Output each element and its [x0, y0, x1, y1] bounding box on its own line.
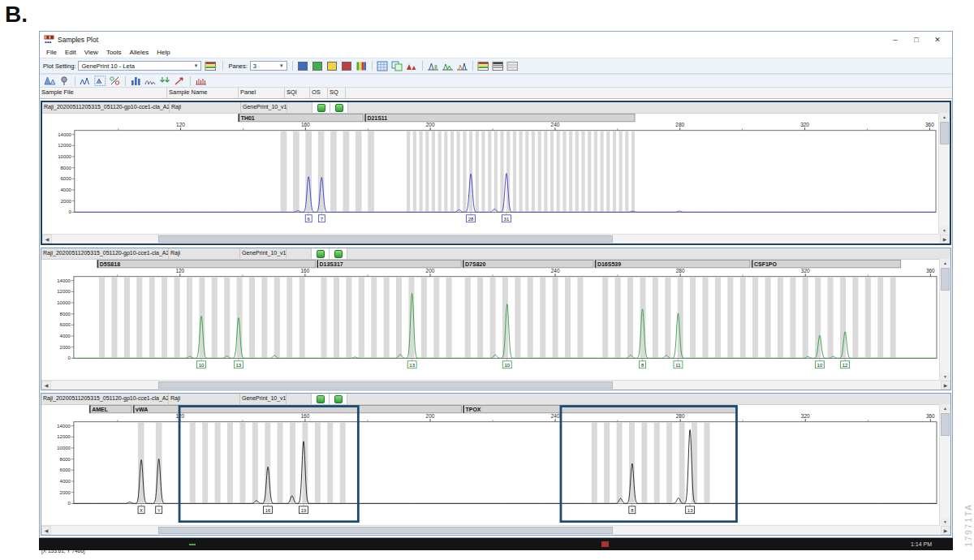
pane-vertical-scrollbar[interactable]: ▲▼ — [939, 259, 950, 381]
sample-row-filler — [347, 394, 950, 404]
pane-horizontal-scrollbar[interactable]: ◀▶ — [42, 234, 950, 243]
maximize-button[interactable]: □ — [906, 32, 927, 47]
electropherogram-plot[interactable]: AMELvWATPOX12016020024028032036002000400… — [41, 405, 940, 525]
taskbar[interactable]: 1:14 PM — [39, 538, 953, 550]
column-header-panel[interactable]: Panel — [239, 88, 285, 98]
minimize-button[interactable]: – — [885, 32, 906, 47]
svg-text:8000: 8000 — [60, 312, 71, 317]
menu-item-view[interactable]: View — [80, 49, 102, 56]
scroll-thumb[interactable] — [940, 122, 949, 144]
title-bar[interactable]: ▴▴▴ Samples Plot – □ ✕ — [40, 32, 952, 47]
svg-text:0: 0 — [68, 355, 71, 360]
samples-plot-window: ▴▴▴ Samples Plot – □ ✕ FileEditViewTools… — [39, 31, 953, 538]
sqi-cell — [287, 102, 312, 113]
scroll-thumb[interactable] — [158, 527, 614, 534]
size-ladder-button[interactable] — [194, 75, 208, 87]
svg-text:360: 360 — [925, 122, 934, 127]
scroll-up-icon[interactable]: ▲ — [939, 113, 950, 121]
scroll-left-icon[interactable]: ◀ — [41, 526, 51, 535]
overlay-panes-button[interactable] — [390, 60, 404, 72]
sample-row[interactable]: Raji_20200511205315_051120-gp10-cce1-cla… — [41, 248, 950, 260]
scroll-right-icon[interactable]: ▶ — [941, 526, 950, 535]
dye-green-button[interactable] — [311, 60, 325, 72]
menu-item-help[interactable]: Help — [153, 49, 174, 56]
sample-row[interactable]: Raji_20200511205315_051120-gp10-cce1-cla… — [41, 394, 950, 405]
close-button[interactable]: ✕ — [927, 32, 948, 47]
show-peaks-button[interactable] — [405, 60, 419, 72]
scroll-down-icon[interactable]: ▼ — [939, 226, 950, 235]
svg-text:6000: 6000 — [60, 322, 71, 327]
show-table-button[interactable] — [476, 60, 490, 72]
pane-vertical-scrollbar[interactable]: ▲▼ — [938, 113, 950, 235]
svg-text:CSF1PO: CSF1PO — [754, 261, 778, 267]
toolbar-secondary — [40, 74, 952, 88]
scroll-track[interactable] — [51, 526, 941, 535]
label-percent-button[interactable] — [108, 75, 122, 87]
baseline-button[interactable] — [144, 75, 157, 87]
panes-label: Panes: — [228, 62, 247, 70]
menu-item-tools[interactable]: Tools — [102, 49, 126, 56]
svg-text:320: 320 — [800, 122, 809, 127]
scroll-up-icon[interactable]: ▲ — [940, 259, 950, 267]
svg-text:160: 160 — [301, 268, 310, 274]
column-header-sqi[interactable]: SQI — [285, 88, 310, 98]
sample-pane-3[interactable]: Raji_20200511205315_051120-gp10-cce1-cla… — [41, 393, 951, 536]
scroll-down-icon[interactable]: ▼ — [940, 518, 950, 526]
show-genotypes-button[interactable] — [491, 60, 505, 72]
electropherogram-plot[interactable]: TH01D21S11120160200240280320360020004000… — [42, 114, 939, 234]
svg-text:2000: 2000 — [60, 490, 71, 495]
tile-panes-button[interactable] — [376, 60, 390, 72]
apply-allele-button[interactable] — [158, 75, 172, 87]
column-header-sample-file[interactable]: Sample File — [40, 88, 167, 98]
scroll-left-icon[interactable]: ◀ — [42, 235, 52, 243]
dye-red-button[interactable] — [340, 60, 354, 72]
scroll-thumb[interactable] — [941, 413, 950, 436]
menu-item-alleles[interactable]: Alleles — [126, 49, 153, 56]
pin-view-button[interactable] — [58, 75, 71, 87]
scale-to-peaks-button[interactable] — [455, 60, 469, 72]
scroll-track[interactable] — [51, 381, 941, 390]
menu-item-edit[interactable]: Edit — [61, 49, 80, 56]
toolbar-icons-row2 — [43, 75, 208, 87]
scale-to-sample-button[interactable] — [441, 60, 455, 72]
delete-allele-button[interactable] — [173, 75, 187, 87]
scroll-thumb[interactable] — [158, 235, 613, 243]
dye-blue-button[interactable] — [296, 60, 310, 72]
column-header-sq[interactable]: SQ — [328, 88, 346, 98]
zoom-peaks-button[interactable] — [43, 75, 57, 87]
pane-vertical-scrollbar[interactable]: ▲▼ — [939, 404, 950, 526]
scale-to-ladder-button[interactable] — [426, 60, 440, 72]
pane-horizontal-scrollbar[interactable]: ◀▶ — [41, 525, 950, 535]
dye-all-button[interactable] — [355, 60, 368, 72]
dye-yellow-button[interactable] — [325, 60, 339, 72]
scroll-right-icon[interactable]: ▶ — [941, 381, 950, 390]
svg-text:vWA: vWA — [136, 407, 148, 412]
svg-text:12: 12 — [843, 363, 848, 368]
electropherogram-plot[interactable]: D5S818D13S317D7S820D16S539CSF1PO12016020… — [41, 260, 940, 380]
screenshot-canvas: B. 17971TA ▴▴▴ Samples Plot – □ ✕ FileEd… — [0, 0, 974, 560]
sample-pane-1[interactable]: Raji_20200511205315_051120-gp10-cce1-cla… — [41, 101, 951, 245]
scroll-left-icon[interactable]: ◀ — [41, 381, 51, 390]
sample-row[interactable]: Raji_20200511205315_051120-gp10-cce1-cla… — [42, 102, 950, 114]
plot-setting-select[interactable]: GenePrint 10 - Leta ▼ — [78, 61, 201, 71]
plot-setting-icons — [204, 60, 218, 72]
sample-pane-2[interactable]: Raji_20200511205315_051120-gp10-cce1-cla… — [41, 248, 951, 390]
svg-text:Y: Y — [157, 508, 161, 513]
menu-item-file[interactable]: File — [42, 49, 61, 56]
scroll-thumb[interactable] — [158, 381, 614, 389]
toolbar-icons-row1 — [290, 60, 519, 72]
fit-selected-button[interactable] — [93, 75, 107, 87]
column-header-sample-name[interactable]: Sample Name — [167, 88, 239, 98]
scroll-right-icon[interactable]: ▶ — [940, 235, 950, 243]
scroll-down-icon[interactable]: ▼ — [940, 373, 950, 381]
panes-select[interactable]: 3 ▼ — [250, 61, 287, 71]
scroll-thumb[interactable] — [941, 268, 950, 291]
fit-peaks-button[interactable] — [79, 75, 93, 87]
pane-horizontal-scrollbar[interactable]: ◀▶ — [41, 380, 950, 390]
plot-colors-button[interactable] — [204, 60, 218, 72]
scroll-up-icon[interactable]: ▲ — [940, 404, 950, 412]
show-report-button[interactable] — [506, 60, 519, 72]
raw-data-button[interactable] — [129, 75, 143, 87]
column-header-os[interactable]: OS — [310, 88, 328, 98]
scroll-track[interactable] — [52, 235, 940, 243]
